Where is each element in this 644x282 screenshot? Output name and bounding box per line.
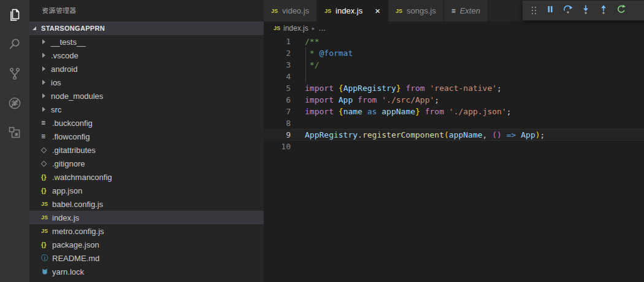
- tree-item-label: src: [51, 105, 61, 114]
- line-number[interactable]: 10: [264, 141, 291, 152]
- tree-item-index-js[interactable]: JSindex.js: [29, 211, 264, 224]
- tree-item-node-modules[interactable]: node_modules: [29, 89, 264, 103]
- tree-item-label: README.md: [52, 254, 99, 263]
- code-line-7[interactable]: 7import {name as appName} from './app.js…: [264, 106, 644, 117]
- line-number[interactable]: 2: [264, 47, 291, 59]
- tree-item-label: .vscode: [51, 51, 79, 60]
- activitybar-item-explorer[interactable]: [0, 0, 29, 29]
- line-number[interactable]: 5: [264, 82, 291, 94]
- toolbar-gripper-icon[interactable]: [526, 1, 541, 20]
- tree-item-yarn-lock[interactable]: yarn.lock: [29, 265, 264, 278]
- tab-songs-js[interactable]: JSsongs.js: [388, 0, 444, 22]
- code-line-3[interactable]: 3 */: [264, 59, 644, 71]
- code-line-8[interactable]: 8: [264, 117, 644, 129]
- git-file-icon: [41, 162, 52, 166]
- activitybar-item-search[interactable]: [0, 29, 29, 59]
- debug-icon: [7, 96, 22, 111]
- code-text: [305, 71, 644, 82]
- tree-item-src[interactable]: src: [29, 103, 264, 116]
- git-file-icon: [41, 148, 52, 152]
- code-text: /**: [305, 36, 644, 47]
- tab-exten[interactable]: ≡Exten: [444, 0, 488, 22]
- explorer-sidebar: 资源管理器 STARSONGAPPRN __tests__.vscodeandr…: [29, 0, 264, 282]
- tree-item-package-json[interactable]: {}package.json: [29, 238, 264, 251]
- code-text: import {AppRegistry} from 'react-native'…: [305, 82, 644, 94]
- tab-video-js[interactable]: JSvideo.js: [264, 0, 317, 22]
- code-line-4[interactable]: 4: [264, 71, 644, 82]
- tree-item-label: metro.config.js: [52, 227, 104, 236]
- code-line-6[interactable]: 6import App from './src/App';: [264, 94, 644, 106]
- activitybar-item-source-control[interactable]: [0, 59, 29, 88]
- breadcrumb-file[interactable]: index.js: [283, 24, 309, 33]
- search-icon: [7, 37, 22, 52]
- debug-stop-button[interactable]: [636, 1, 644, 20]
- tree-item-flowconfig[interactable]: ≡.flowconfig: [29, 130, 264, 143]
- step-into-icon: [581, 4, 591, 17]
- restart-icon: [616, 4, 626, 17]
- debug-restart-button[interactable]: [612, 1, 630, 20]
- tab-label: songs.js: [407, 6, 436, 15]
- tree-item-tests[interactable]: __tests__: [29, 35, 264, 49]
- tree-item-metro-config-js[interactable]: JSmetro.config.js: [29, 224, 264, 238]
- activity-bar: [0, 0, 29, 282]
- js-file-icon: JS: [274, 25, 280, 31]
- extensions-icon: [7, 125, 22, 140]
- tab-index-js[interactable]: JSindex.js×: [317, 0, 388, 22]
- pause-icon: [545, 4, 555, 17]
- line-number[interactable]: 8: [264, 117, 291, 129]
- close-tab-icon[interactable]: ×: [375, 6, 380, 15]
- tree-root-label: STARSONGAPPRN: [41, 25, 105, 32]
- breadcrumb-ellipsis[interactable]: …: [318, 24, 326, 33]
- tree-item-readme-md[interactable]: ⓘREADME.md: [29, 251, 264, 265]
- code-line-1[interactable]: 1/**: [264, 36, 644, 47]
- activitybar-item-extensions[interactable]: [0, 118, 29, 147]
- chevron-right-icon: ▸: [312, 25, 315, 31]
- info-file-icon: ⓘ: [41, 253, 52, 264]
- tree-item-vscode[interactable]: .vscode: [29, 49, 264, 62]
- js-file-icon: JS: [41, 228, 52, 234]
- source-control-icon: [7, 66, 22, 81]
- file-tree: STARSONGAPPRN __tests__.vscodeandroidios…: [29, 22, 264, 278]
- debug-pause-button[interactable]: [541, 1, 559, 20]
- chevron-collapsed-icon: [42, 66, 51, 71]
- tree-item-ios[interactable]: ios: [29, 76, 264, 89]
- line-number[interactable]: 6: [264, 94, 291, 106]
- tree-item-gitignore[interactable]: .gitignore: [29, 157, 264, 170]
- debug-step-out-button[interactable]: [594, 1, 612, 20]
- line-number[interactable]: 4: [264, 71, 291, 82]
- chevron-collapsed-icon: [42, 39, 51, 44]
- code-text: * @format: [305, 47, 644, 59]
- tab-label: video.js: [282, 6, 309, 15]
- code-line-9[interactable]: 9AppRegistry.registerComponent(appName, …: [264, 129, 644, 141]
- line-number[interactable]: 7: [264, 106, 291, 117]
- tree-item-babel-config-js[interactable]: JSbabel.config.js: [29, 197, 264, 211]
- chevron-expanded-icon: [33, 26, 41, 30]
- debug-step-into-button[interactable]: [577, 1, 594, 20]
- code-text: AppRegistry.registerComponent(appName, (…: [305, 129, 644, 141]
- js-file-icon: JS: [396, 8, 402, 14]
- debug-step-over-button[interactable]: [559, 1, 577, 20]
- code-text: [305, 117, 644, 129]
- tree-item-gitattributes[interactable]: .gitattributes: [29, 143, 264, 157]
- activitybar-item-debug[interactable]: [0, 88, 29, 118]
- tree-root-starsongapprn[interactable]: STARSONGAPPRN: [29, 22, 264, 35]
- tree-item-label: app.json: [52, 186, 82, 195]
- list-file-icon: ≡: [41, 119, 52, 127]
- editor-area: JSvideo.jsJSindex.js×JSsongs.js≡Exten JS…: [264, 0, 644, 282]
- code-text: [305, 141, 644, 152]
- tab-label: index.js: [335, 6, 362, 15]
- tree-item-android[interactable]: android: [29, 62, 264, 76]
- code-text: import App from './src/App';: [305, 94, 644, 106]
- tree-item-watchmanconfig[interactable]: {}.watchmanconfig: [29, 170, 264, 184]
- code-editor[interactable]: 1/**2 * @format3 */45import {AppRegistry…: [264, 35, 644, 282]
- line-number[interactable]: 3: [264, 59, 291, 71]
- debug-toolbar: [523, 1, 644, 20]
- tree-item-buckconfig[interactable]: ≡.buckconfig: [29, 116, 264, 130]
- list-file-icon: ≡: [41, 132, 52, 141]
- code-line-2[interactable]: 2 * @format: [264, 47, 644, 59]
- line-number[interactable]: 9: [264, 129, 291, 141]
- code-line-10[interactable]: 10: [264, 141, 644, 152]
- tree-item-app-json[interactable]: {}app.json: [29, 184, 264, 197]
- line-number[interactable]: 1: [264, 36, 291, 47]
- code-line-5[interactable]: 5import {AppRegistry} from 'react-native…: [264, 82, 644, 94]
